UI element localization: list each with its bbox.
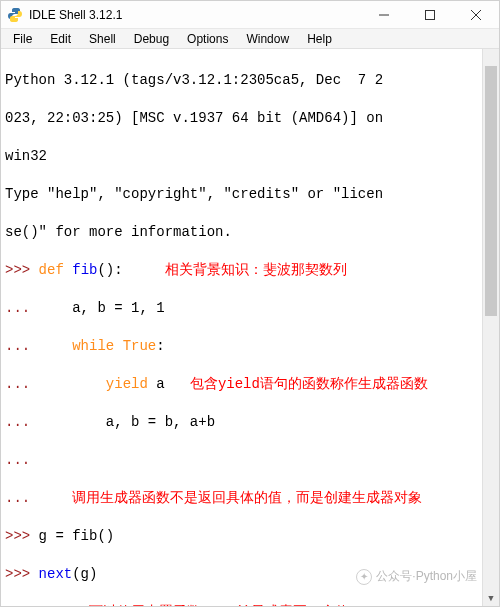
code-line: ... a, b = b, a+b xyxy=(5,413,497,432)
scroll-track[interactable] xyxy=(483,66,499,591)
window-controls xyxy=(361,1,499,29)
python-idle-icon xyxy=(7,7,23,23)
annotation: 调用生成器函数不是返回具体的值，而是创建生成器对象 xyxy=(72,490,422,506)
vertical-scrollbar[interactable]: ▲ ▼ xyxy=(482,49,499,607)
banner-line: Python 3.12.1 (tags/v3.12.1:2305ca5, Dec… xyxy=(5,71,497,90)
wechat-icon: ✦ xyxy=(356,569,372,585)
menu-options[interactable]: Options xyxy=(179,31,236,47)
code-line: >>> def fib(): 相关背景知识：斐波那契数列 xyxy=(5,261,497,280)
prompt-cont: ... xyxy=(5,490,39,506)
prompt-cont: ... xyxy=(5,452,39,468)
window-title: IDLE Shell 3.12.1 xyxy=(29,8,122,22)
minimize-button[interactable] xyxy=(361,1,407,29)
code-line: ... yield a 包含yield语句的函数称作生成器函数 xyxy=(5,375,497,394)
scroll-thumb[interactable] xyxy=(485,66,497,316)
menu-edit[interactable]: Edit xyxy=(42,31,79,47)
title-bar: IDLE Shell 3.12.1 xyxy=(1,1,499,29)
banner-line: 023, 22:03:25) [MSC v.1937 64 bit (AMD64… xyxy=(5,109,497,128)
banner-line: se()" for more information. xyxy=(5,223,497,242)
prompt: >>> xyxy=(5,262,39,278)
code-line: ... 调用生成器函数不是返回具体的值，而是创建生成器对象 xyxy=(5,489,497,508)
maximize-button[interactable] xyxy=(407,1,453,29)
annotation: 包含yield语句的函数称作生成器函数 xyxy=(190,376,428,392)
menu-window[interactable]: Window xyxy=(238,31,297,47)
code-line: >>> g = fib() xyxy=(5,527,497,546)
code-line: ... a, b = 1, 1 xyxy=(5,299,497,318)
svg-rect-1 xyxy=(426,10,435,19)
menu-help[interactable]: Help xyxy=(299,31,340,47)
watermark: ✦ 公众号·Python小屋 xyxy=(356,567,477,586)
menu-bar: File Edit Shell Debug Options Window Hel… xyxy=(1,29,499,49)
prompt-cont: ... xyxy=(5,300,39,316)
code-line: ... xyxy=(5,451,497,470)
annotation: 相关背景知识：斐波那契数列 xyxy=(165,262,347,278)
menu-shell[interactable]: Shell xyxy=(81,31,124,47)
close-button[interactable] xyxy=(453,1,499,29)
shell-text-area[interactable]: Python 3.12.1 (tags/v3.12.1:2305ca5, Dec… xyxy=(1,49,499,607)
scroll-down-icon[interactable]: ▼ xyxy=(483,591,499,607)
prompt-cont: ... xyxy=(5,376,39,392)
banner-line: Type "help", "copyright", "credits" or "… xyxy=(5,185,497,204)
prompt-cont: ... xyxy=(5,338,39,354)
prompt: >>> xyxy=(5,528,39,544)
prompt: >>> xyxy=(5,566,39,582)
banner-line: win32 xyxy=(5,147,497,166)
code-line: ... while True: xyxy=(5,337,497,356)
menu-file[interactable]: File xyxy=(5,31,40,47)
prompt-cont: ... xyxy=(5,414,39,430)
output-line: ... 1 可以使用内置函数next()显式索要一个值 xyxy=(5,603,497,607)
watermark-text: 公众号·Python小屋 xyxy=(376,567,477,586)
menu-debug[interactable]: Debug xyxy=(126,31,177,47)
